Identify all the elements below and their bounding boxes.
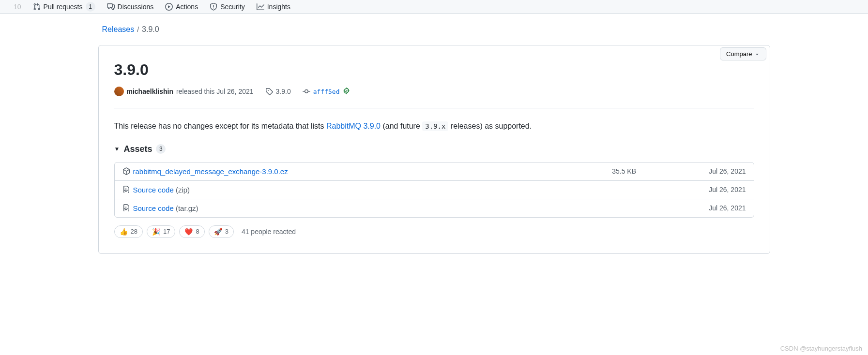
commit-sha: afff5ed [313, 88, 340, 95]
asset-link[interactable]: Source code (tar.gz) [133, 204, 198, 212]
asset-row: rabbitmq_delayed_message_exchange-3.9.0.… [115, 163, 754, 181]
nav-badge: 1 [86, 2, 95, 12]
repo-nav: 10 Pull requests 1 Discussions Actions S… [0, 0, 868, 14]
release-meta: michaelklishin released this Jul 26, 202… [114, 87, 754, 108]
reaction-count: 28 [131, 228, 137, 235]
release-tag[interactable]: 3.9.0 [265, 88, 291, 95]
release-panel: 3.9.0 michaelklishin released this Jul 2… [98, 45, 770, 254]
reaction-count: 8 [196, 228, 199, 235]
tag-icon [265, 88, 273, 95]
author-username[interactable]: michaelklishin [127, 88, 173, 95]
body-mid: (and future [381, 122, 422, 130]
reactions-summary: 41 people reacted [242, 228, 296, 236]
nav-label: Discussions [118, 3, 154, 11]
released-date-text: released this Jul 26, 2021 [176, 88, 254, 95]
breadcrumb-separator: / [137, 26, 139, 33]
asset-row: Source code (tar.gz) Jul 26, 2021 [115, 199, 754, 217]
hooray-icon: 🎉 [152, 228, 160, 236]
nav-label: Pull requests [44, 3, 83, 11]
release-title: 3.9.0 [114, 61, 754, 79]
body-suffix: releases) as supported. [448, 122, 532, 130]
reactions-bar: 👍 28 🎉 17 ❤️ 8 🚀 3 41 people reacted [114, 225, 754, 238]
release-commit[interactable]: afff5ed [303, 88, 350, 95]
file-zip-icon [122, 186, 130, 193]
nav-code[interactable]: 10 [8, 0, 27, 13]
asset-link[interactable]: Source code (zip) [133, 186, 190, 194]
assets-header-label: Assets [123, 144, 152, 154]
asset-date: Jul 26, 2021 [709, 167, 746, 175]
breadcrumb-current: 3.9.0 [142, 25, 159, 34]
play-icon [165, 3, 173, 11]
asset-row: Source code (zip) Jul 26, 2021 [115, 181, 754, 199]
git-pull-request-icon [33, 3, 41, 11]
discussions-icon [107, 3, 115, 11]
nav-label: Actions [176, 3, 198, 11]
assets-toggle[interactable]: ▼ Assets 3 [114, 144, 754, 154]
commit-icon [303, 88, 310, 95]
assets-count-badge: 3 [156, 144, 166, 154]
assets-list: rabbitmq_delayed_message_exchange-3.9.0.… [114, 162, 754, 218]
reaction-count: 3 [225, 228, 228, 235]
asset-date: Jul 26, 2021 [709, 186, 746, 193]
nav-label: Security [220, 3, 245, 11]
version-code: 3.9.x [422, 121, 448, 131]
avatar[interactable] [114, 87, 124, 96]
nav-label: Insights [267, 3, 290, 11]
breadcrumb: Releases / 3.9.0 [98, 25, 770, 34]
asset-size: 35.5 KB [612, 167, 709, 175]
thumbs-up-icon: 👍 [120, 228, 128, 236]
nav-discussions[interactable]: Discussions [101, 0, 160, 13]
asset-date: Jul 26, 2021 [709, 204, 746, 212]
nav-badge: 10 [14, 3, 21, 11]
reaction-hooray[interactable]: 🎉 17 [147, 225, 175, 238]
triangle-down-icon: ▼ [114, 146, 120, 152]
asset-link[interactable]: rabbitmq_delayed_message_exchange-3.9.0.… [133, 167, 288, 176]
reaction-count: 17 [163, 228, 170, 235]
shield-icon [210, 3, 217, 11]
tag-name: 3.9.0 [276, 88, 291, 95]
release-author: michaelklishin released this Jul 26, 202… [114, 87, 254, 96]
breadcrumb-releases-link[interactable]: Releases [102, 25, 135, 34]
file-zip-icon [122, 204, 130, 212]
reaction-heart[interactable]: ❤️ 8 [179, 225, 204, 238]
heart-icon: ❤️ [184, 228, 193, 236]
nav-insights[interactable]: Insights [251, 0, 296, 13]
body-prefix: This release has no changes except for i… [114, 122, 326, 130]
nav-actions[interactable]: Actions [159, 0, 204, 13]
graph-icon [257, 3, 264, 11]
verified-icon [342, 88, 350, 95]
nav-pull-requests[interactable]: Pull requests 1 [27, 0, 101, 13]
package-icon [122, 167, 130, 175]
rabbitmq-link[interactable]: RabbitMQ 3.9.0 [326, 122, 381, 130]
reaction-thumbs-up[interactable]: 👍 28 [114, 225, 143, 238]
release-body: This release has no changes except for i… [114, 108, 754, 144]
nav-security[interactable]: Security [204, 0, 251, 13]
rocket-icon: 🚀 [214, 228, 222, 236]
reaction-rocket[interactable]: 🚀 3 [209, 225, 234, 238]
